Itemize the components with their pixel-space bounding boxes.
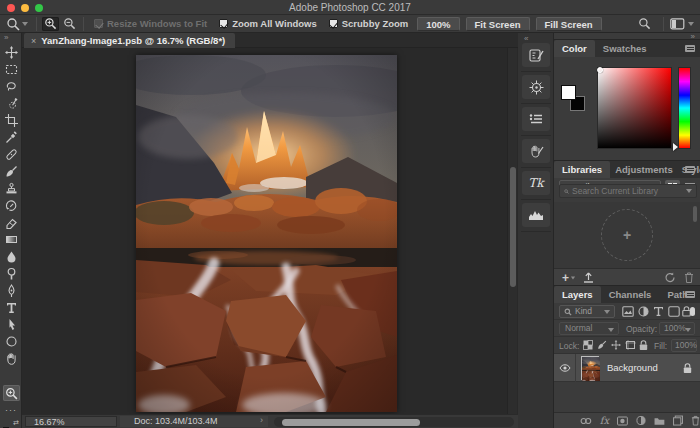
tab-close-icon[interactable]: × — [31, 36, 36, 46]
default-colors-control[interactable]: ⇄ — [3, 421, 19, 428]
tab-color[interactable]: Color — [554, 40, 595, 57]
scrubby-zoom-checkbox[interactable]: Scrubby Zoom — [329, 18, 409, 29]
opacity-field[interactable]: 100% — [659, 322, 695, 335]
filter-type-layers-icon[interactable] — [653, 306, 664, 317]
search-input[interactable] — [572, 186, 683, 196]
layer-thumbnail[interactable] — [581, 356, 599, 380]
tab-swatches[interactable]: Swatches — [595, 40, 655, 57]
layer-row-background[interactable]: Background — [554, 354, 700, 382]
zoom-all-windows-checkbox[interactable]: Zoom All Windows — [219, 18, 317, 29]
horizontal-scrollbar[interactable] — [274, 417, 514, 427]
brush-tool[interactable] — [3, 163, 20, 179]
hand-tool[interactable] — [3, 350, 20, 366]
tab-channels[interactable]: Channels — [601, 286, 660, 303]
workspace-switcher-icon[interactable] — [670, 18, 685, 30]
rectangular-marquee-tool[interactable] — [3, 61, 20, 77]
color-foreground-swatch[interactable] — [561, 85, 576, 100]
layer-style-fx-icon[interactable]: fx — [600, 416, 609, 426]
pen-tool[interactable] — [3, 282, 20, 298]
dodge-tool[interactable] — [3, 265, 20, 281]
hue-slider-marker[interactable] — [673, 143, 678, 151]
zoom-100-button[interactable]: 100% — [417, 17, 459, 31]
spot-healing-brush-tool[interactable] — [3, 146, 20, 162]
eyedropper-tool[interactable] — [3, 129, 20, 145]
ellipse-shape-tool[interactable] — [3, 333, 20, 349]
layers-empty-area[interactable] — [554, 382, 700, 410]
panel-menu-icon[interactable] — [685, 45, 695, 52]
new-adjustment-layer-icon[interactable] — [636, 415, 646, 426]
history-brush-tool[interactable] — [3, 197, 20, 213]
lock-all-icon[interactable] — [639, 340, 648, 351]
layer-filter-dropdown[interactable]: Kind — [559, 305, 615, 318]
zoom-tool[interactable] — [3, 385, 20, 401]
tab-adjustments[interactable]: Adjustments — [610, 161, 678, 178]
tab-layers[interactable]: Layers — [554, 286, 601, 303]
blend-mode-dropdown[interactable]: Normal — [559, 322, 619, 335]
library-drop-target[interactable]: + — [601, 209, 653, 261]
add-layer-mask-icon[interactable] — [617, 416, 628, 426]
fit-screen-button[interactable]: Fit Screen — [466, 17, 530, 31]
fill-screen-button[interactable]: Fill Screen — [536, 17, 602, 31]
edit-toolbar-button[interactable]: ··· — [0, 405, 22, 415]
quick-selection-tool[interactable] — [3, 95, 20, 111]
new-layer-icon[interactable] — [673, 415, 683, 426]
delete-library-item-icon[interactable] — [684, 272, 694, 283]
tk-panel-button[interactable]: Tk — [522, 171, 550, 195]
clone-stamp-tool[interactable] — [3, 180, 20, 196]
saturation-brightness-field[interactable] — [597, 67, 672, 149]
tool-preset-dropdown[interactable] — [0, 17, 32, 31]
lock-transparency-icon[interactable] — [583, 340, 593, 350]
status-options-chevron[interactable]: › — [260, 415, 263, 425]
filter-toggle-switch[interactable] — [690, 307, 695, 316]
color-field-marker[interactable] — [597, 67, 603, 73]
tab-libraries[interactable]: Libraries — [554, 161, 610, 178]
library-content-area[interactable]: + — [554, 202, 700, 268]
dock-expand-chevrons[interactable]: « — [524, 34, 528, 43]
library-search-field[interactable] — [559, 184, 697, 198]
lasso-tool[interactable] — [3, 78, 20, 94]
add-content-button[interactable]: + — [562, 273, 569, 283]
lock-pixels-icon[interactable] — [597, 340, 607, 350]
actions-panel-button[interactable] — [522, 139, 550, 163]
lock-position-icon[interactable] — [611, 340, 621, 350]
brush-settings-panel-button[interactable] — [522, 43, 550, 67]
path-selection-tool[interactable] — [3, 316, 20, 332]
layer-visibility-eye-icon[interactable] — [559, 364, 571, 372]
character-panel-button[interactable] — [522, 107, 550, 131]
link-layers-icon[interactable] — [580, 417, 592, 425]
canvas-area[interactable] — [22, 48, 518, 414]
panels-collapse-chevrons[interactable]: » — [691, 32, 695, 41]
hue-ramp[interactable] — [678, 67, 691, 149]
filter-shape-layers-icon[interactable] — [668, 306, 680, 317]
delete-layer-icon[interactable] — [691, 415, 700, 426]
zoom-level-field[interactable]: 16.67% — [25, 416, 117, 427]
gradient-tool[interactable] — [3, 231, 20, 247]
zoom-out-button[interactable] — [61, 17, 78, 31]
toolbar-collapse-chevrons[interactable]: » — [4, 33, 8, 42]
document-tab[interactable]: × YanZhang-Image1.psb @ 16.7% (RGB/8*) — [24, 33, 235, 48]
fill-field[interactable]: 100% — [671, 339, 697, 352]
filter-pixel-layers-icon[interactable] — [622, 306, 634, 317]
panel-menu-icon[interactable] — [685, 166, 695, 173]
layer-name[interactable]: Background — [607, 354, 658, 382]
lock-artboard-icon[interactable] — [625, 340, 636, 350]
horizontal-scrollbar-thumb[interactable] — [282, 419, 420, 426]
vertical-scrollbar[interactable] — [507, 48, 517, 414]
crop-tool[interactable] — [3, 112, 20, 128]
eraser-tool[interactable] — [3, 214, 20, 230]
library-scrollbar-thumb[interactable] — [693, 206, 697, 222]
resize-windows-checkbox[interactable]: Resize Windows to Fit — [94, 18, 207, 29]
move-tool[interactable] — [3, 44, 20, 60]
upload-library-icon[interactable] — [583, 272, 594, 283]
document-image[interactable] — [136, 55, 397, 412]
panel-menu-icon[interactable] — [685, 291, 695, 298]
zoom-in-button[interactable] — [42, 17, 59, 31]
filter-adjustment-layers-icon[interactable] — [638, 306, 649, 317]
search-icon[interactable] — [638, 17, 651, 30]
histogram-panel-button[interactable] — [522, 203, 550, 227]
type-tool[interactable] — [3, 299, 20, 315]
wheel-panel-button[interactable] — [522, 75, 550, 99]
new-group-icon[interactable] — [654, 416, 665, 426]
vertical-scrollbar-thumb[interactable] — [510, 167, 516, 287]
sync-libraries-icon[interactable] — [664, 272, 676, 283]
